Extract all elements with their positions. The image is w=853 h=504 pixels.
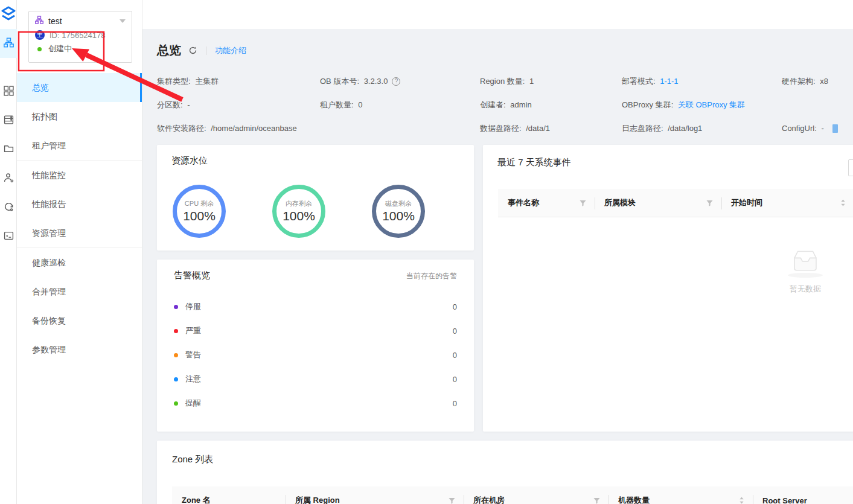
column-root-server: Root Server — [753, 486, 853, 504]
zone-list-card: Zone 列表 Zone 名 所属 Region 所在机房 机器数量 — [157, 441, 853, 504]
alert-row-critical: 严重 0 — [157, 319, 474, 343]
level-dot — [174, 305, 178, 309]
card-title: 最近 7 天系统事件 — [483, 145, 853, 168]
status-dot — [37, 47, 42, 51]
question-circle-icon[interactable]: ? — [392, 77, 400, 86]
sidebar-item-backup-restore[interactable]: 备份恢复 — [17, 306, 142, 335]
rail-item-resource[interactable] — [0, 135, 17, 164]
cluster-info-grid: 集群类型主集群 OB 版本号3.2.3.0 ? Region 数量1 部署模式 … — [157, 69, 853, 140]
feature-intro-link[interactable]: 功能介绍 — [215, 45, 246, 56]
empty-inbox-icon — [790, 247, 820, 275]
empty-text: 暂无数据 — [775, 284, 835, 295]
info-tenant-count: 租户数量0 — [320, 100, 480, 110]
info-install-path: 软件安装路径/home/admin/oceanbase — [157, 123, 480, 134]
cluster-icon — [35, 16, 43, 27]
info-partition-count: 分区数- — [157, 100, 320, 110]
rail-item-tenant[interactable] — [0, 77, 17, 106]
tenant-grid-icon — [4, 86, 14, 98]
info-obproxy: OBProxy 集群 关联 OBProxy 集群 — [622, 100, 782, 110]
sidebar-item-overview[interactable]: 总览 — [17, 73, 142, 102]
column-idc: 所在机房 — [464, 486, 609, 504]
cluster-status: 创建中 — [48, 43, 72, 54]
rail-item-host[interactable] — [0, 106, 17, 135]
disk-gauge: 磁盘剩余 100% — [372, 185, 425, 238]
info-hardware-arch: 硬件架构x8 — [782, 76, 853, 87]
sidebar-item-merge-management[interactable]: 合并管理 — [17, 277, 142, 306]
card-title: 资源水位 — [157, 145, 474, 167]
info-data-disk-path: 数据盘路径/data/1 — [480, 123, 622, 134]
monitor-icon — [4, 231, 14, 243]
events-table-header: 事件名称 所属模块 开始时间 — [498, 189, 853, 217]
empty-state: 暂无数据 — [775, 247, 835, 295]
alert-row-caution: 注意 0 — [157, 367, 474, 391]
chevron-down-icon — [120, 19, 126, 23]
alerts-subtitle: 当前存在的告警 — [406, 271, 457, 281]
sidebar-item-performance-report[interactable]: 性能报告 — [17, 190, 142, 219]
sorter-icon[interactable] — [739, 496, 744, 504]
filter-icon[interactable] — [593, 497, 600, 504]
column-module: 所属模块 — [595, 189, 721, 217]
page-title: 总览 — [157, 42, 181, 59]
sidebar-item-parameter-management[interactable]: 参数管理 — [17, 335, 142, 364]
zones-table-header: Zone 名 所属 Region 所在机房 机器数量 — [172, 486, 853, 504]
sidebar-menu: 总览 拓扑图 租户管理 性能监控 性能报告 资源管理 健康巡检 合并管理 备份恢… — [17, 73, 142, 364]
top-bar — [142, 0, 853, 29]
icon-rail — [0, 0, 17, 504]
user-node-icon — [4, 173, 14, 185]
sidebar-item-resource-management[interactable]: 资源管理 — [17, 219, 142, 247]
column-start-time: 开始时间 — [721, 189, 853, 217]
info-region-count: Region 数量1 — [480, 76, 622, 87]
cycle-arrow-icon — [4, 202, 14, 214]
column-server-count: 机器数量 — [609, 486, 753, 504]
cluster-name: test — [48, 16, 62, 26]
rail-item-monitor[interactable] — [0, 222, 17, 251]
divider — [206, 46, 206, 55]
alert-row-warning: 警告 0 — [157, 343, 474, 367]
level-dot — [174, 329, 178, 333]
column-event-name: 事件名称 — [498, 189, 595, 217]
card-title: Zone 列表 — [157, 441, 853, 465]
cluster-sidebar: test 主 ID: 1756524178 创建中 总览 拓扑图 租户管理 性能… — [17, 0, 142, 504]
filter-icon[interactable] — [449, 497, 455, 504]
deploy-mode-link[interactable]: 1-1-1 — [660, 77, 678, 86]
oceanbase-logo — [0, 0, 16, 29]
system-events-card: 最近 7 天系统事件 事件名称 所属模块 开始时间 — [483, 145, 853, 432]
rail-item-user[interactable] — [0, 164, 17, 193]
rail-item-backup[interactable] — [0, 193, 17, 222]
sidebar-item-health-check[interactable]: 健康巡检 — [17, 248, 142, 277]
cluster-selector[interactable]: test 主 ID: 1756524178 创建中 — [28, 11, 132, 63]
alert-overview-card: 告警概览 当前存在的告警 停服 0 严重 0 警告 0 注意 0 — [157, 260, 474, 432]
cluster-id: ID: 1756524178 — [50, 31, 106, 40]
alert-row-reminder: 提醒 0 — [157, 391, 474, 415]
refresh-icon[interactable] — [188, 46, 197, 55]
info-config-url: ConfigUrl- — [782, 124, 853, 133]
info-deploy-mode: 部署模式 1-1-1 — [622, 76, 782, 87]
configurl-link-clipped[interactable] — [832, 124, 838, 133]
level-dot — [174, 353, 178, 357]
cluster-sitemap-icon — [4, 37, 14, 50]
info-cluster-type: 集群类型主集群 — [157, 76, 320, 87]
filter-icon[interactable] — [706, 200, 713, 206]
sidebar-item-tenant-management[interactable]: 租户管理 — [17, 131, 142, 160]
clipped-button[interactable] — [848, 159, 853, 176]
info-ob-version: OB 版本号3.2.3.0 ? — [320, 76, 480, 87]
filter-icon[interactable] — [580, 200, 586, 206]
info-creator: 创建者admin — [480, 100, 622, 110]
sidebar-item-performance-monitoring[interactable]: 性能监控 — [17, 161, 142, 190]
column-region: 所属 Region — [286, 486, 464, 504]
primary-cluster-badge: 主 — [35, 30, 45, 40]
card-title: 告警概览 — [174, 270, 210, 281]
sorter-icon[interactable] — [840, 199, 846, 207]
folder-icon — [4, 144, 14, 156]
sidebar-item-topology[interactable]: 拓扑图 — [17, 102, 142, 131]
memory-gauge: 内存剩余 100% — [272, 185, 325, 238]
obproxy-associate-link[interactable]: 关联 OBProxy 集群 — [678, 100, 745, 110]
resource-water-level-card: 资源水位 CPU 剩余 100% 内存剩余 100% 磁盘剩余 100% — [157, 145, 474, 250]
cpu-gauge: CPU 剩余 100% — [173, 185, 226, 238]
column-zone-name: Zone 名 — [172, 486, 286, 504]
rail-item-cluster[interactable] — [0, 29, 17, 58]
info-log-disk-path: 日志盘路径/data/log1 — [622, 123, 782, 134]
level-dot — [174, 377, 178, 381]
alert-row-stop: 停服 0 — [157, 295, 474, 319]
host-server-icon — [4, 115, 14, 127]
